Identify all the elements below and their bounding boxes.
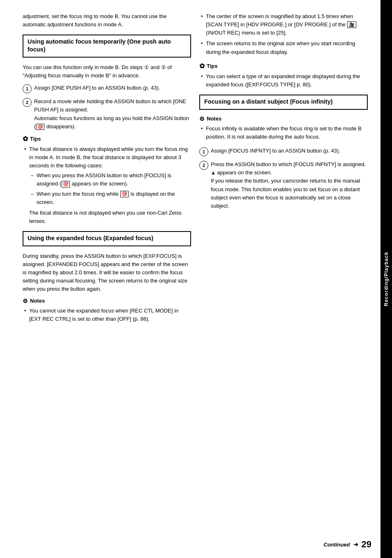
section-auto-focus-title: Using automatic focus temporarily (One p… xyxy=(28,38,186,53)
sub-bullet-1: When you press the ASSIGN button to whic… xyxy=(29,171,191,188)
notes-label-expanded: Notes xyxy=(30,298,45,304)
tips-header-left: ✿ Tips xyxy=(23,135,191,143)
notes-section-expanded: ⚙ Notes You cannot use the expanded focu… xyxy=(23,298,191,323)
step-2-content: Record a movie while holding the ASSIGN … xyxy=(34,97,191,131)
tips-bullet-list-left: The focal distance is always displayed w… xyxy=(23,145,191,206)
step-2-auto-focus: 2 Record a movie while holding the ASSIG… xyxy=(23,97,191,131)
notes-bullet-1-infinity: Focus infinity is available when the foc… xyxy=(199,125,368,141)
tips-bullet-right-1: You can select a type of an expanded ima… xyxy=(199,72,368,89)
notes-label-infinity: Notes xyxy=(207,116,221,122)
section-expanded-focus-title: Using the expanded focus (Expanded focus… xyxy=(28,234,186,242)
section-expanded-focus-box: Using the expanded focus (Expanded focus… xyxy=(23,231,191,246)
tips-header-right: ✿ Tips xyxy=(199,62,368,70)
notes-icon-infinity: ⚙ xyxy=(199,116,205,122)
step-1-inf-content: Assign [FOCUS INFNTY] to an ASSIGN butto… xyxy=(211,147,368,155)
sidebar-recording-playback: Recording/Playback xyxy=(380,0,392,558)
step-number-2: 2 xyxy=(23,98,32,107)
section-expanded-focus-body: During standby, press the ASSIGN button … xyxy=(23,252,191,294)
notes-header-expanded: ⚙ Notes xyxy=(23,298,191,304)
step-number-inf-1: 1 xyxy=(199,147,208,156)
focus-assign-icon: 🎯 xyxy=(62,181,70,187)
right-bullet-1: The center of the screen is magnified by… xyxy=(199,12,368,37)
section-auto-focus-body: You can use this function only in mode B… xyxy=(23,63,191,80)
right-column: The center of the screen is magnified by… xyxy=(199,12,368,542)
step-number-inf-2: 2 xyxy=(199,161,208,170)
step-1-content: Assign [ONE PUSH AF] to an ASSIGN button… xyxy=(34,84,191,92)
page-footer: Continued ➜ 29 xyxy=(323,539,371,550)
tips-icon-right: ✿ xyxy=(199,62,205,70)
tips-label-right: Tips xyxy=(207,63,218,69)
sub-bullet-2: When you turn the focus ring while 🎯 is … xyxy=(29,190,191,206)
intro-text: adjustment, set the focus ring to mode B… xyxy=(23,12,191,29)
continued-label: Continued xyxy=(323,542,350,548)
step-number-1: 1 xyxy=(23,84,32,93)
sidebar-tab-label: Recording/Playback xyxy=(383,252,389,306)
tips-bullet-1: The focal distance is always displayed w… xyxy=(23,145,191,206)
step-1-auto-focus: 1 Assign [ONE PUSH AF] to an ASSIGN butt… xyxy=(23,84,191,93)
tips-icon-left: ✿ xyxy=(23,135,28,143)
right-top-bullets: The center of the screen is magnified by… xyxy=(199,12,368,56)
sub-bullet-list: When you press the ASSIGN button to whic… xyxy=(29,171,191,206)
section-focus-infinity-box: Focusing on a distant subject (Focus inf… xyxy=(199,95,368,110)
section-focus-infinity-title: Focusing on a distant subject (Focus inf… xyxy=(204,98,363,106)
continued-arrow: ➜ xyxy=(353,541,358,548)
step-2-inf-content: Press the ASSIGN button to which [FOCUS … xyxy=(211,160,368,210)
section-auto-focus-box: Using automatic focus temporarily (One p… xyxy=(23,35,191,58)
step-2-infinity: 2 Press the ASSIGN button to which [FOCU… xyxy=(199,160,368,210)
notes-header-infinity: ⚙ Notes xyxy=(199,116,368,122)
tips-bullet-list-right: You can select a type of an expanded ima… xyxy=(199,72,368,89)
notes-bullet-1-expanded: You cannot use the expanded focus when [… xyxy=(23,307,191,323)
focus-ring-icon: 🎯 xyxy=(120,191,129,197)
notes-bullet-list-expanded: You cannot use the expanded focus when [… xyxy=(23,307,191,323)
page-number: 29 xyxy=(362,539,371,550)
right-bullet-2: The screen returns to the original size … xyxy=(199,39,368,56)
notes-bullet-list-infinity: Focus infinity is available when the foc… xyxy=(199,125,368,141)
tips-section-right: ✿ Tips You can select a type of an expan… xyxy=(199,62,368,89)
focus-icon-inline: 🎯 xyxy=(36,124,44,130)
left-column: adjustment, set the focus ring to mode B… xyxy=(23,12,191,542)
notes-icon-expanded: ⚙ xyxy=(23,298,28,304)
mountain-symbol: ▲ xyxy=(211,170,216,176)
notes-section-infinity: ⚙ Notes Focus infinity is available when… xyxy=(199,116,368,141)
camera-icon-inline: 🎥 xyxy=(347,21,356,28)
tips-section-left: ✿ Tips The focal distance is always disp… xyxy=(23,135,191,225)
tips-note: The focal distance is not displayed when… xyxy=(23,209,191,225)
tips-label-left: Tips xyxy=(30,136,41,142)
step-1-infinity: 1 Assign [FOCUS INFNTY] to an ASSIGN but… xyxy=(199,147,368,156)
